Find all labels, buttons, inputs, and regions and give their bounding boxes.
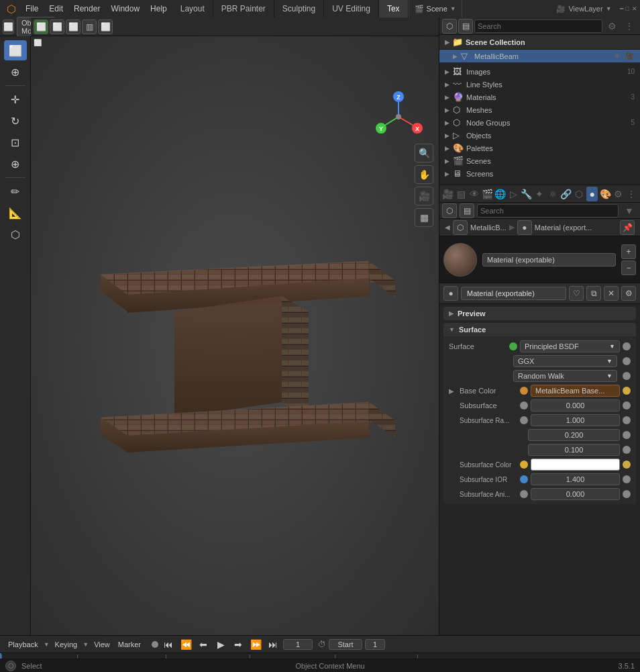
prop-tab-view[interactable]: 👁	[468, 187, 480, 201]
tool-transform[interactable]: ⊕	[4, 154, 27, 174]
subsurface-radius-y-socket[interactable]	[623, 431, 631, 439]
viewport-shading-rendered[interactable]: ⬜	[66, 19, 81, 34]
prop-tab-constraints[interactable]: 🔗	[560, 187, 572, 201]
jump-start-button[interactable]: ⏮	[161, 637, 176, 652]
outliner-search[interactable]	[474, 19, 602, 33]
breadcrumb-material-icon[interactable]: ●	[517, 220, 532, 235]
prop-mode-icon[interactable]: ⬡	[442, 203, 457, 218]
prop-tab-material[interactable]: ●	[586, 187, 598, 201]
collection-arrow[interactable]: ▶	[445, 39, 449, 46]
keying-label[interactable]: Keying	[52, 637, 81, 652]
mat-settings-icon[interactable]: ⚙	[621, 286, 636, 301]
prev-frame-button[interactable]: ⏪	[178, 637, 193, 652]
tool-move[interactable]: ✛	[4, 89, 27, 109]
base-color-expand[interactable]: ▶	[449, 387, 460, 395]
tool-annotate[interactable]: ✏	[4, 181, 27, 201]
next-frame-button[interactable]: ⏩	[248, 637, 263, 652]
window-max[interactable]: □	[626, 5, 629, 12]
arrow-scenes[interactable]: ▶	[445, 158, 453, 164]
mat-slot-add[interactable]: +	[621, 244, 636, 259]
outliner-item-scenes[interactable]: ▶ 🎬 Scenes	[439, 154, 640, 167]
viewport-toggle-xray[interactable]: ▥	[82, 19, 97, 34]
subsurface-method-socket[interactable]	[623, 372, 631, 380]
tab-tex[interactable]: Tex	[379, 0, 409, 17]
outliner-object-row[interactable]: ▶ ▽ MetallicBeam 👁 🎥	[439, 50, 640, 62]
window-min[interactable]: ━	[620, 5, 623, 12]
subsurface-radius-y[interactable]: 0.200	[528, 429, 620, 441]
tab-pbr-painter[interactable]: PBR Painter	[213, 0, 274, 17]
prop-tab-object[interactable]: ▷	[508, 187, 520, 201]
frame-start-label[interactable]: Start	[329, 639, 362, 650]
prop-tab-scene[interactable]: 🎬	[482, 187, 494, 201]
material-name-field[interactable]: Material (exportable)	[482, 253, 616, 267]
outliner-item-nodegroups[interactable]: ▶ ⬡ Node Groups 5	[439, 116, 640, 129]
viewport-shading-material[interactable]: ⬜	[50, 19, 64, 34]
arrow-objects[interactable]: ▶	[445, 132, 453, 139]
subsurface-radius-socket[interactable]	[623, 416, 631, 424]
object-expand-arrow[interactable]: ▶	[453, 53, 461, 60]
prop-extra-icon[interactable]: ⋮	[625, 187, 637, 201]
breadcrumb-back[interactable]: ◀	[445, 224, 450, 231]
material-node-name[interactable]: Material (exportable)	[461, 287, 566, 300]
breadcrumb-part1[interactable]: MetallicB...	[470, 224, 506, 232]
arrow-screens[interactable]: ▶	[445, 171, 453, 177]
prop-tab-render[interactable]: 🎥	[442, 187, 454, 201]
outliner-filter-icon[interactable]: ⚙	[604, 19, 620, 34]
render-menu[interactable]: Render	[68, 2, 105, 15]
mat-favorites-icon[interactable]: ♡	[569, 286, 584, 301]
prop-filter-icon[interactable]: ⚙	[612, 187, 625, 201]
main-viewport[interactable]: Z X Y 🔍 ✋ 🎥 ▦ ⬜	[31, 36, 439, 635]
playback-label[interactable]: Playback	[5, 637, 41, 652]
tab-uv-editing[interactable]: UV Editing	[324, 0, 379, 17]
prop-view-icon[interactable]: ▤	[460, 203, 474, 218]
record-button[interactable]	[152, 641, 158, 648]
subsurface-socket[interactable]	[623, 401, 631, 410]
scene-selector[interactable]: 🎬 Scene ▼	[409, 0, 462, 17]
tool-measure[interactable]: 📐	[4, 203, 27, 223]
eye-icon[interactable]: 👁	[612, 52, 623, 60]
arrow-linestyles[interactable]: ▶	[445, 81, 453, 88]
arrow-nodegroups[interactable]: ▶	[445, 119, 453, 126]
outliner-item-screens[interactable]: ▶ 🖥 Screens	[439, 167, 640, 180]
file-menu[interactable]: File	[20, 2, 44, 15]
outliner-mode-icon[interactable]: ⬡	[442, 19, 457, 34]
window-menu[interactable]: Window	[105, 2, 145, 15]
breadcrumb-part2[interactable]: Material (export...	[535, 224, 592, 232]
viewport-toggle-overlay[interactable]: ⬜	[98, 19, 113, 34]
arrow-meshes[interactable]: ▶	[445, 107, 453, 113]
arrow-images[interactable]: ▶	[445, 68, 453, 75]
outliner-item-materials[interactable]: ▶ 🔮 Materials 3	[439, 91, 640, 103]
outliner-item-linestyles[interactable]: ▶ 〰 Line Styles	[439, 78, 640, 91]
prop-search-extra[interactable]: ▼	[621, 203, 637, 218]
zoom-in-icon[interactable]: 🔍	[415, 144, 433, 162]
outliner-item-meshes[interactable]: ▶ ⬡ Meshes	[439, 103, 640, 116]
marker-label[interactable]: Marker	[115, 637, 144, 652]
tool-scale[interactable]: ⊡	[4, 132, 27, 152]
base-color-socket[interactable]	[623, 387, 631, 395]
mat-slot-remove[interactable]: −	[621, 260, 636, 275]
timeline-view-label[interactable]: View	[91, 637, 113, 652]
window-close[interactable]: ✕	[632, 5, 637, 12]
current-frame-input[interactable]: 1	[283, 639, 313, 650]
arrow-materials[interactable]: ▶	[445, 94, 453, 101]
subsurface-ani-socket[interactable]	[623, 490, 631, 498]
play-button[interactable]: ▶	[213, 637, 228, 652]
outliner-settings-icon[interactable]: ⋮	[621, 19, 637, 34]
edit-menu[interactable]: Edit	[44, 2, 68, 15]
prop-tab-output[interactable]: ▤	[456, 187, 468, 201]
subsurface-ior-socket[interactable]	[623, 475, 631, 483]
properties-search[interactable]	[477, 204, 619, 218]
tool-cursor[interactable]: ⊕	[4, 62, 27, 82]
prop-tab-modifiers[interactable]: 🔧	[521, 187, 533, 201]
outliner-item-palettes[interactable]: ▶ 🎨 Palettes	[439, 142, 640, 154]
pan-icon[interactable]: ✋	[415, 165, 433, 184]
viewport-shading-solid[interactable]: ⬜	[34, 19, 48, 34]
subsurface-color-socket[interactable]	[623, 461, 631, 469]
base-color-value[interactable]: MetallicBeam Base...	[531, 385, 620, 397]
help-menu[interactable]: Help	[145, 2, 172, 15]
jump-end-button[interactable]: ⏭	[266, 637, 280, 652]
subsurface-value[interactable]: 0.000	[531, 399, 620, 412]
outliner-sort-icon[interactable]: ▤	[458, 19, 473, 34]
viewport-gizmo[interactable]: Z X Y	[372, 90, 425, 144]
prop-tab-particles[interactable]: ✦	[534, 187, 546, 201]
